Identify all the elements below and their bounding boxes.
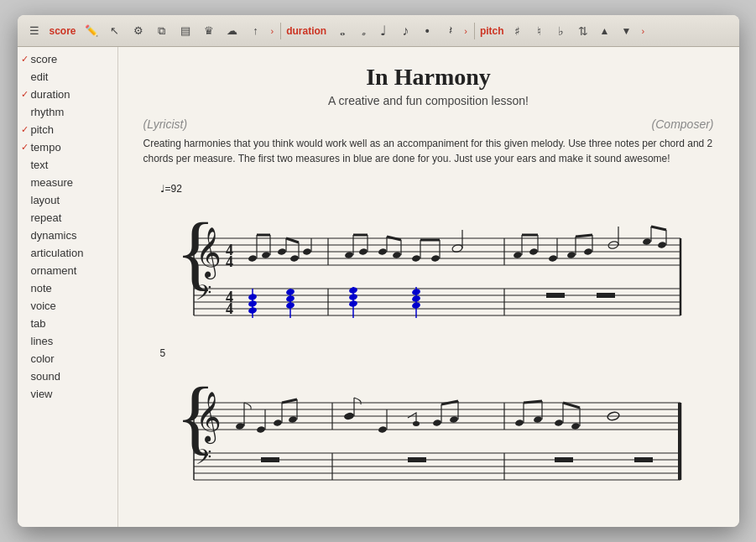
svg-point-74: [248, 306, 257, 314]
settings-button[interactable]: ⚙: [128, 21, 149, 41]
sidebar-item-sound[interactable]: sound: [18, 367, 117, 385]
svg-point-66: [642, 237, 651, 245]
svg-point-135: [554, 419, 563, 426]
sidebar-item-measure[interactable]: measure: [18, 174, 117, 191]
sidebar-item-voice[interactable]: voice: [18, 297, 117, 315]
sidebar-item-lines[interactable]: lines: [18, 332, 117, 350]
svg-point-25: [261, 251, 270, 258]
measure-number-5: 5: [160, 347, 714, 359]
svg-point-47: [430, 254, 440, 262]
main-content: score edit duration rhythm pitch tempo t…: [18, 47, 739, 527]
svg-point-114: [273, 419, 282, 426]
svg-point-84: [411, 288, 420, 295]
staff-svg-2: {: [143, 361, 714, 495]
separator-2: [474, 23, 475, 39]
sidebar-item-layout[interactable]: layout: [18, 191, 117, 209]
svg-point-80: [348, 286, 357, 294]
sidebar-item-duration[interactable]: duration: [18, 86, 117, 103]
sidebar-item-rhythm[interactable]: rhythm: [18, 103, 117, 121]
svg-point-30: [289, 254, 299, 262]
toolbar-chevron-3: ›: [640, 26, 647, 36]
pencil-tool[interactable]: ✏️: [81, 21, 102, 41]
natural-icon[interactable]: ♮: [529, 21, 550, 41]
svg-point-127: [449, 415, 458, 423]
svg-point-33: [302, 248, 311, 255]
sidebar-item-note[interactable]: note: [18, 279, 117, 297]
svg-line-70: [651, 227, 666, 230]
svg-point-116: [288, 415, 297, 423]
separator-1: [280, 23, 281, 39]
svg-point-57: [548, 254, 557, 262]
svg-rect-144: [634, 457, 653, 462]
sidebar-item-repeat[interactable]: repeat: [18, 209, 117, 227]
svg-point-72: [248, 293, 257, 300]
svg-point-76: [285, 288, 295, 295]
whole-note[interactable]: 𝅝: [330, 21, 350, 41]
dot[interactable]: •: [417, 21, 437, 41]
sidebar-item-edit[interactable]: edit: [18, 68, 117, 86]
copy-button[interactable]: ⧉: [152, 21, 172, 41]
svg-point-54: [529, 248, 538, 255]
sidebar-item-tab[interactable]: tab: [18, 315, 117, 332]
cursor-tool[interactable]: ↖: [105, 21, 125, 41]
svg-point-23: [248, 254, 257, 262]
staff-system-2: 5 {: [143, 347, 714, 498]
toolbar: ☰ score ✏️ ↖ ⚙ ⧉ ▤ ♛ ☁ ↑ › duration 𝅝 𝅗 …: [18, 15, 739, 47]
svg-point-52: [513, 251, 522, 258]
svg-point-81: [348, 293, 357, 300]
half-note[interactable]: 𝅗: [352, 21, 372, 41]
hamburger-button[interactable]: ☰: [24, 21, 44, 41]
svg-point-137: [571, 422, 580, 430]
svg-line-32: [286, 238, 299, 242]
lyricist-label: (Lyricist): [143, 117, 188, 131]
quarter-note[interactable]: ♩: [373, 21, 394, 41]
sidebar-item-pitch[interactable]: pitch: [18, 121, 117, 138]
svg-rect-143: [555, 457, 573, 462]
toolbar-chevron-2: ›: [462, 26, 469, 36]
svg-point-77: [285, 294, 295, 302]
sidebar-item-articulation[interactable]: articulation: [18, 244, 117, 262]
rest-icon[interactable]: 𝄽: [439, 21, 459, 41]
sharp-icon[interactable]: ♯: [508, 21, 528, 41]
svg-text:4: 4: [226, 300, 233, 317]
down-arrow[interactable]: ▼: [617, 21, 637, 41]
sidebar-item-dynamics[interactable]: dynamics: [18, 227, 117, 244]
pitch-group: ♯ ♮ ♭ ⇅ ▲ ▼: [508, 21, 637, 41]
svg-point-86: [411, 301, 420, 309]
svg-point-37: [358, 248, 368, 255]
svg-point-112: [256, 425, 265, 433]
sidebar-item-tempo[interactable]: tempo: [18, 138, 117, 156]
sidebar-item-ornament[interactable]: ornament: [18, 262, 117, 279]
composer-label: (Composer): [652, 117, 714, 131]
chess-button[interactable]: ♛: [199, 21, 219, 41]
svg-text:4: 4: [226, 253, 233, 270]
svg-rect-142: [408, 457, 426, 462]
sidebar-item-color[interactable]: color: [18, 350, 117, 367]
sidebar-item-score[interactable]: score: [18, 50, 117, 68]
svg-point-35: [344, 251, 353, 258]
eighth-note[interactable]: ♪: [395, 21, 415, 41]
toolbar-chevron-1: ›: [269, 26, 276, 36]
app-label: score: [48, 25, 78, 37]
svg-point-59: [566, 251, 576, 258]
svg-point-78: [285, 301, 295, 309]
svg-point-61: [583, 248, 592, 255]
svg-point-85: [411, 294, 420, 302]
duration-label: duration: [286, 25, 326, 37]
svg-line-63: [576, 235, 592, 237]
svg-text:𝄢: 𝄢: [196, 446, 211, 473]
score-area: In Harmony A creative and fun compositio…: [118, 47, 739, 527]
sidebar-item-text[interactable]: text: [18, 156, 117, 174]
svg-rect-87: [546, 293, 565, 298]
svg-point-68: [657, 241, 666, 248]
flip-icon[interactable]: ⇅: [573, 21, 593, 41]
film-button[interactable]: ▤: [175, 21, 196, 41]
cloud-up-button[interactable]: ↑: [246, 21, 266, 41]
flat-icon[interactable]: ♭: [551, 21, 571, 41]
sidebar-item-view[interactable]: view: [18, 385, 117, 403]
cloud-down-button[interactable]: ☁: [222, 21, 242, 41]
score-credits: (Lyricist) (Composer): [143, 117, 714, 131]
pitch-label: pitch: [480, 25, 504, 37]
tempo-mark: ♩=92: [160, 183, 714, 195]
up-arrow[interactable]: ▲: [595, 21, 615, 41]
